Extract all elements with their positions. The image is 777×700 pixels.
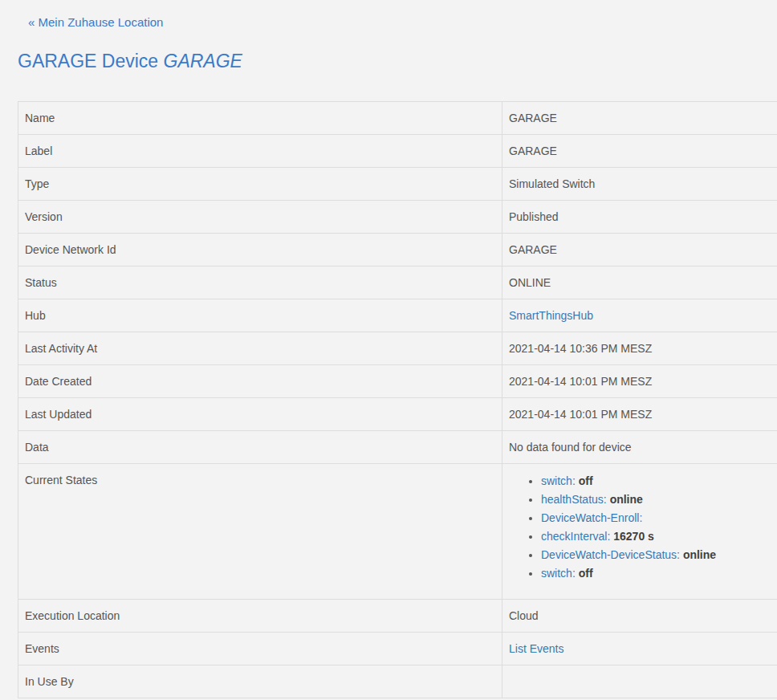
device-detail-table: NameGARAGELabelGARAGETypeSimulated Switc… (18, 101, 777, 698)
row-value: SmartThingsHub (502, 299, 777, 332)
row-value: Cloud (502, 600, 777, 633)
page-title-prefix: GARAGE Device (18, 51, 158, 71)
table-row-device-network-id: Device Network IdGARAGE (18, 234, 777, 267)
row-label: Device Network Id (18, 234, 502, 267)
state-item: checkInterval: 16270 s (541, 527, 777, 546)
row-label: Current States (18, 464, 502, 600)
state-item: switch: off (541, 564, 777, 583)
table-row-status: StatusONLINE (18, 267, 777, 299)
table-row-execution-location: Execution LocationCloud (18, 600, 777, 633)
row-label: Type (18, 168, 502, 201)
row-value: ONLINE (502, 267, 777, 299)
row-value: GARAGE (502, 135, 777, 168)
events-link[interactable]: List Events (509, 642, 563, 655)
current-states-list: switch: offhealthStatus: onlineDeviceWat… (509, 472, 777, 583)
row-label: Last Activity At (18, 332, 502, 365)
row-value: 2021-04-14 10:01 PM MESZ (502, 365, 777, 398)
back-to-location-link[interactable]: « Mein Zuhause Location (28, 15, 163, 29)
row-value: GARAGE (502, 234, 777, 267)
row-label: Label (18, 135, 502, 168)
table-row-type: TypeSimulated Switch (18, 168, 777, 201)
hub-link[interactable]: SmartThingsHub (509, 309, 593, 322)
state-value: 16270 s (613, 530, 654, 543)
state-attribute-link[interactable]: switch: (541, 474, 576, 487)
row-label: Events (18, 633, 502, 665)
state-attribute-link[interactable]: checkInterval: (541, 530, 610, 543)
row-value (502, 665, 777, 698)
table-row-version: VersionPublished (18, 201, 777, 234)
state-item: DeviceWatch-DeviceStatus: online (541, 546, 777, 564)
row-value: Simulated Switch (502, 168, 777, 201)
state-value: off (579, 474, 593, 487)
row-label: In Use By (18, 665, 502, 698)
state-item: healthStatus: online (541, 490, 777, 509)
device-table-body: NameGARAGELabelGARAGETypeSimulated Switc… (18, 102, 777, 698)
row-label: Execution Location (18, 600, 502, 633)
table-row-in-use-by: In Use By (18, 665, 777, 698)
table-row-last-activity-at: Last Activity At2021-04-14 10:36 PM MESZ (18, 332, 777, 365)
table-row-current-states: Current Statesswitch: offhealthStatus: o… (18, 464, 777, 600)
breadcrumb: « Mein Zuhause Location (28, 15, 777, 30)
page-title-device-name: GARAGE (164, 51, 242, 71)
row-label: Hub (18, 299, 502, 332)
row-value: switch: offhealthStatus: onlineDeviceWat… (502, 464, 777, 600)
row-value: List Events (502, 633, 777, 665)
page-title: GARAGE Device GARAGE (18, 50, 777, 72)
state-attribute-link[interactable]: DeviceWatch-Enroll: (541, 511, 642, 524)
row-label: Data (18, 431, 502, 464)
state-item: DeviceWatch-Enroll: (541, 509, 777, 527)
table-row-hub: HubSmartThingsHub (18, 299, 777, 332)
table-row-label: LabelGARAGE (18, 135, 777, 168)
state-attribute-link[interactable]: DeviceWatch-DeviceStatus: (541, 548, 680, 561)
state-attribute-link[interactable]: healthStatus: (541, 493, 607, 506)
row-value: 2021-04-14 10:01 PM MESZ (502, 398, 777, 431)
row-value: Published (502, 201, 777, 234)
table-row-events: EventsList Events (18, 633, 777, 665)
state-value: off (579, 567, 593, 580)
table-row-date-created: Date Created2021-04-14 10:01 PM MESZ (18, 365, 777, 398)
row-label: Status (18, 267, 502, 299)
state-item: switch: off (541, 472, 777, 490)
state-value: online (610, 493, 643, 506)
table-row-name: NameGARAGE (18, 102, 777, 135)
row-value: GARAGE (502, 102, 777, 135)
row-label: Version (18, 201, 502, 234)
state-attribute-link[interactable]: switch: (541, 567, 576, 580)
table-row-data: DataNo data found for device (18, 431, 777, 464)
table-row-last-updated: Last Updated2021-04-14 10:01 PM MESZ (18, 398, 777, 431)
state-value: online (683, 548, 716, 561)
row-label: Date Created (18, 365, 502, 398)
row-label: Name (18, 102, 502, 135)
row-value: 2021-04-14 10:36 PM MESZ (502, 332, 777, 365)
row-value: No data found for device (502, 431, 777, 464)
row-label: Last Updated (18, 398, 502, 431)
